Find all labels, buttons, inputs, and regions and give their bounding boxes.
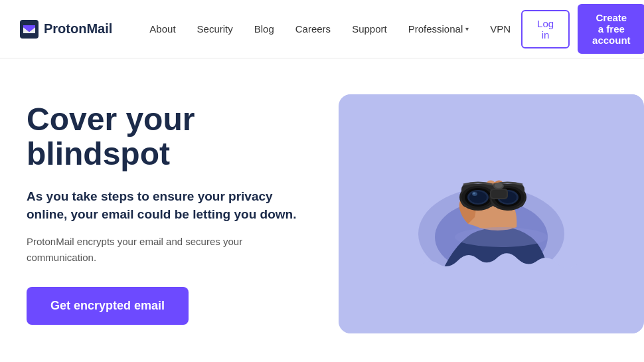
nav-blog[interactable]: Blog xyxy=(244,23,285,35)
hero-content: Cover your blindspot As you take steps t… xyxy=(27,102,312,325)
nav-professional[interactable]: Professional ▾ xyxy=(398,23,480,35)
svg-point-23 xyxy=(495,183,503,188)
svg-point-9 xyxy=(469,191,487,203)
nav-actions: Log in Create a free account xyxy=(521,4,644,54)
hero-subtitle: As you take steps to ensure your privacy… xyxy=(27,188,312,223)
binoculars-illustration xyxy=(339,94,644,333)
create-account-button[interactable]: Create a free account xyxy=(578,4,644,54)
hero-description: ProtonMail encrypts your email and secur… xyxy=(27,234,312,266)
protonmail-logo-icon xyxy=(20,20,39,39)
navbar: ProtonMail About Security Blog Careers S… xyxy=(0,0,644,58)
nav-about[interactable]: About xyxy=(139,23,186,35)
hero-image xyxy=(339,94,644,333)
logo-text: ProtonMail xyxy=(44,21,112,37)
nav-links: About Security Blog Careers Support Prof… xyxy=(139,23,521,35)
login-button[interactable]: Log in xyxy=(521,10,570,48)
hero-section: Cover your blindspot As you take steps t… xyxy=(0,58,644,362)
logo[interactable]: ProtonMail xyxy=(20,20,112,39)
nav-careers[interactable]: Careers xyxy=(285,23,341,35)
professional-dropdown-icon: ▾ xyxy=(465,25,469,33)
svg-rect-21 xyxy=(491,190,507,198)
nav-security[interactable]: Security xyxy=(187,23,244,35)
hero-title: Cover your blindspot xyxy=(27,102,312,173)
hero-image-area xyxy=(339,94,644,333)
nav-vpn[interactable]: VPN xyxy=(479,23,521,35)
nav-support[interactable]: Support xyxy=(341,23,398,35)
get-encrypted-email-button[interactable]: Get encrypted email xyxy=(27,287,189,325)
svg-point-24 xyxy=(455,227,548,247)
svg-point-11 xyxy=(473,192,475,194)
